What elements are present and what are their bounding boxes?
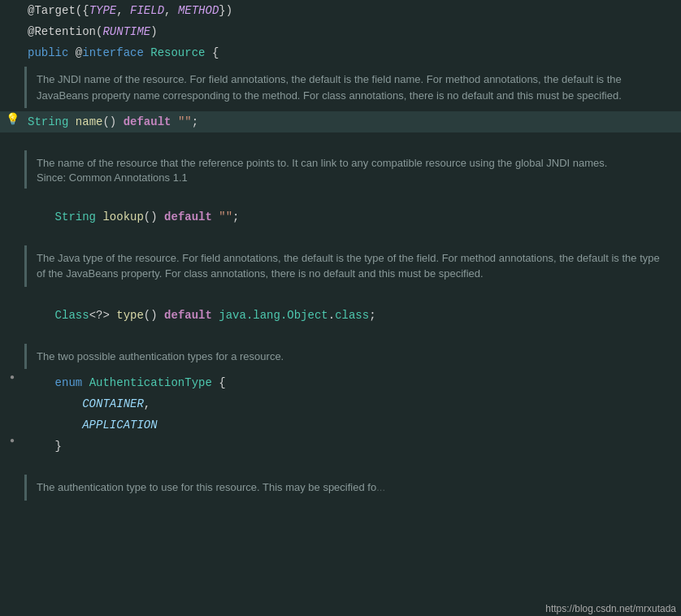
- since-text: Since: Common Annotations 1.1: [37, 171, 671, 184]
- default-keyword-3: default: [164, 309, 212, 322]
- code-line-application: APPLICATION: [0, 414, 681, 436]
- line-content-enum: enum AuthenticationType {: [24, 373, 681, 393]
- line-content-1: @Target({TYPE, FIELD, METHOD}): [24, 1, 681, 20]
- method-param: METHOD: [178, 4, 219, 17]
- line-content-3: public @interface Resource {: [24, 43, 681, 63]
- lookup-method: lookup: [102, 210, 143, 223]
- enum-keyword: enum: [55, 376, 83, 389]
- gutter-bulb: 💡: [0, 112, 24, 126]
- comment-text-3: The Java type of the resource. For field…: [37, 250, 671, 282]
- comment-block-2: The name of the resource that the refere…: [24, 150, 681, 189]
- code-line-container: CONTAINER,: [0, 393, 681, 414]
- container-value: CONTAINER: [82, 397, 144, 410]
- comment-block-3: The Java type of the resource. For field…: [24, 245, 681, 287]
- code-line-3: public @interface Resource {: [0, 42, 681, 63]
- code-line-1: @Target({TYPE, FIELD, METHOD}): [0, 0, 681, 21]
- code-line-2: @Retention(RUNTIME): [0, 21, 681, 42]
- class-keyword: Class: [55, 309, 89, 322]
- resource-classname: Resource: [150, 46, 205, 59]
- application-value: APPLICATION: [82, 419, 157, 432]
- comment-text-1: The JNDI name of the resource. For field…: [37, 72, 671, 103]
- code-line-enum: ● enum AuthenticationType {: [0, 372, 681, 393]
- class-ref: class: [335, 309, 369, 322]
- code-container: @Target({TYPE, FIELD, METHOD}) @Retentio…: [0, 0, 681, 501]
- type-method: type: [116, 309, 144, 322]
- comment-block-5: The authentication type to use for this …: [24, 475, 681, 501]
- type-param: TYPE: [89, 4, 117, 17]
- code-line-lookup: String lookup() default "";: [0, 206, 681, 228]
- interface-keyword: interface: [82, 46, 144, 59]
- retention-annotation: Retention: [34, 25, 96, 38]
- empty-line-3: [0, 228, 681, 242]
- empty-string: "": [178, 115, 192, 128]
- target-annotation: Target: [34, 4, 75, 17]
- empty-line-4: [0, 290, 681, 305]
- field-param: FIELD: [130, 4, 164, 17]
- empty-line-5: [0, 326, 681, 341]
- default-keyword-2: default: [164, 210, 212, 223]
- string-keyword: String: [28, 115, 68, 128]
- comment-block-4: The two possible authentication types fo…: [24, 344, 681, 370]
- line-content-name: String name() default "";: [24, 112, 681, 132]
- auth-type-enum: AuthenticationType: [89, 376, 212, 389]
- default-keyword: default: [124, 115, 171, 128]
- empty-line-1: [0, 132, 681, 147]
- empty-line-6: [0, 457, 681, 471]
- line-content-application: APPLICATION: [24, 415, 681, 435]
- public-keyword: public: [28, 46, 68, 59]
- gutter-close-enum: ●: [0, 436, 24, 445]
- empty-string-2: "": [219, 210, 232, 223]
- line-content-type: Class<?> type() default java.lang.Object…: [24, 306, 681, 325]
- line-content-close-enum: }: [24, 436, 681, 456]
- string-keyword-2: String: [55, 210, 96, 223]
- java-lang: java.lang.Object: [219, 309, 327, 322]
- runtime-param: RUNTIME: [102, 25, 150, 38]
- gutter-enum: ●: [0, 373, 24, 382]
- code-line-close-enum: ● }: [0, 436, 681, 457]
- line-content-lookup: String lookup() default "";: [24, 207, 681, 227]
- comment-text-2: The name of the resource that the refere…: [37, 155, 671, 171]
- line-content-container: CONTAINER,: [24, 394, 681, 414]
- empty-line-2: [0, 192, 681, 206]
- line-content-2: @Retention(RUNTIME): [24, 22, 681, 41]
- code-line-type: Class<?> type() default java.lang.Object…: [0, 305, 681, 326]
- comment-text-5: The authentication type to use for this …: [37, 479, 671, 496]
- url-bar: https://blog.csdn.net/mrxutada: [540, 601, 681, 616]
- name-method: name: [76, 115, 103, 128]
- comment-text-4: The two possible authentication types fo…: [37, 349, 671, 365]
- code-line-name: 💡 String name() default "";: [0, 111, 681, 132]
- comment-block-1: The JNDI name of the resource. For field…: [24, 67, 681, 108]
